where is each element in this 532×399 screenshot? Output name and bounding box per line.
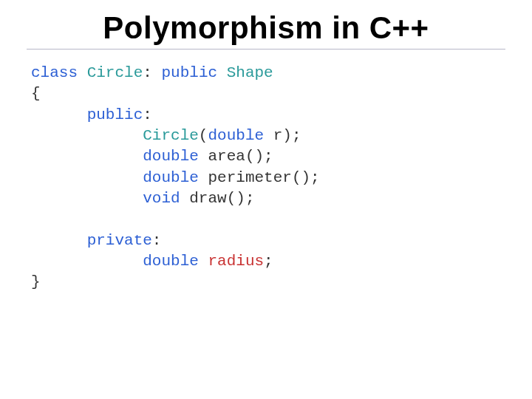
fn-rest: (); [245, 148, 273, 165]
keyword-private: private [87, 232, 152, 249]
code-block: class Circle: public Shape { public: Cir… [0, 50, 532, 293]
colon: : [143, 64, 152, 81]
ctor-name: Circle [143, 127, 199, 144]
colon: : [143, 106, 152, 123]
fn-rest: (); [292, 169, 320, 186]
member-radius: radius [208, 253, 264, 270]
fn-rest: (); [227, 190, 255, 207]
keyword-public: public [161, 64, 217, 81]
semicolon: ; [264, 253, 273, 270]
fn-perimeter: perimeter [208, 169, 291, 186]
type-shape: Shape [227, 64, 273, 81]
title-wrap: Polymorphism in C++ [27, 0, 505, 50]
type-circle: Circle [87, 64, 143, 81]
brace-close: } [31, 273, 41, 290]
type-double: double [208, 127, 264, 144]
param-rest: r); [264, 127, 301, 144]
fn-area: area [208, 148, 245, 165]
slide: Polymorphism in C++ class Circle: public… [0, 0, 532, 399]
type-double: double [143, 253, 199, 270]
type-double: double [143, 148, 199, 165]
keyword-class: class [31, 64, 78, 81]
slide-title: Polymorphism in C++ [27, 10, 505, 46]
brace-open: { [31, 85, 41, 102]
paren-open: ( [199, 127, 208, 144]
keyword-public: public [87, 106, 143, 123]
type-void: void [143, 190, 180, 207]
colon: : [152, 232, 162, 249]
fn-draw: draw [189, 190, 226, 207]
type-double: double [143, 169, 199, 186]
